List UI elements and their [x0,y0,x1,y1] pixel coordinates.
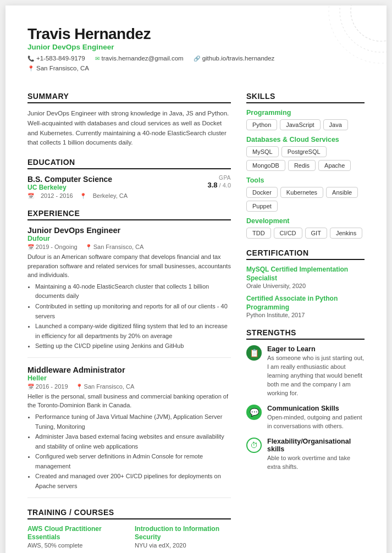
skills-cat-tools: Tools [246,176,365,184]
skills-tags-development: TDD CI/CD GIT Jenkins [246,228,365,239]
job-1-bullet-1: Maintaining a 40-node ElasticSearch clus… [35,282,231,301]
skills-cat-databases: Databases & Cloud Services [246,136,365,143]
summary-text: Junior DevOps Engineer with strong knowl… [27,109,231,148]
edu-date-loc: 2012 - 2016 Berkeley, CA [27,192,128,199]
skills-development: Development TDD CI/CD GIT Jenkins [246,217,365,239]
job-2: Middleware Administrator Heller 2016 - 2… [27,366,231,498]
job-2-bullet-1: Performance tuning of Java Virtual Machi… [35,412,231,432]
email-contact: travis.hernandez@gmail.com [95,54,184,62]
location-contact: San Fransisco, CA [27,64,89,72]
training-grid: AWS Cloud Practitioner Essentials AWS, 5… [27,525,231,553]
strength-2: 💬 Communication Skills Open-minded, outg… [246,405,365,431]
job-1-date: 2019 - Ongoing [27,244,78,250]
skills-cat-programming: Programming [246,109,365,117]
skill-docker: Docker [246,187,278,198]
job-2-desc: Heller is the personal, small business a… [27,392,231,410]
cert-1: MySQL Certified Implementation Specialis… [246,266,365,289]
experience-section-title: EXPERIENCE [27,209,231,220]
skills-databases: Databases & Cloud Services MySQL Postgre… [246,136,365,171]
job-1-bullet-3: Launched a company-wide digitized filing… [35,322,231,341]
job-1-bullet-2: Contributed in setting up monitoring and… [35,302,231,321]
strength-1-title: Eager to Learn [267,345,365,353]
github-icon [194,54,200,62]
job-2-title: Middleware Administrator [27,366,231,374]
phone-icon [27,54,34,62]
email-icon [95,54,100,62]
job-1-title: Junior DevOps Engineer [27,226,231,235]
summary-section-title: SUMMARY [27,92,231,103]
contact-row: +1-583-849-9179 travis.hernandez@gmail.c… [27,54,365,62]
education-section-title: EDUCATION [27,158,231,169]
job-1-bullet-4: Setting up the CI/CD pipeline using Jenk… [35,341,231,351]
strength-2-title: Communication Skills [267,405,365,412]
skill-ansible: Ansible [326,187,358,198]
job-1-loc: San Fransisco, CA [85,244,144,250]
candidate-title: Junior DevOps Engineer [27,43,365,51]
skill-apache: Apache [318,160,351,171]
job-1-date-icon [27,244,36,250]
strength-1: 📋 Eager to Learn As someone who is just … [246,345,365,398]
edu-meta: B.S. Computer Science UC Berkeley 2012 -… [27,175,231,199]
skills-tags-programming: Python JavaScript Java [246,119,365,130]
skill-redis: Redis [288,160,316,171]
skills-tools: Tools Docker Kubernetes Ansible Puppet [246,176,365,212]
strength-1-icon: 📋 [246,345,262,361]
skills-section-title: SKILLS [246,92,365,103]
strength-2-desc: Open-minded, outgoing and patient in con… [267,413,365,431]
training-2: Introduction to Information Security NYU… [135,525,231,549]
main-layout: SUMMARY Junior DevOps Engineer with stro… [27,82,365,553]
job-1: Junior DevOps Engineer Dufour 2019 - Ong… [27,226,231,358]
training-1: AWS Cloud Practitioner Essentials AWS, 5… [27,525,124,549]
training-1-name: AWS Cloud Practitioner Essentials [27,525,124,542]
edu-school: UC Berkeley [27,184,128,191]
edu-degree: B.S. Computer Science [27,175,128,184]
right-column: SKILLS Programming Python JavaScript Jav… [246,82,365,553]
cert-2-title: Certified Associate in Python Programmin… [246,295,365,312]
job-1-company: Dufour [27,235,231,242]
training-2-name: Introduction to Information Security [135,525,231,542]
job-1-desc: Dufour is an American software company t… [27,252,231,280]
skills-tags-tools: Docker Kubernetes Ansible Puppet [246,187,365,212]
strength-1-content: Eager to Learn As someone who is just st… [267,345,365,398]
skill-jenkins: Jenkins [330,228,362,239]
left-column: SUMMARY Junior DevOps Engineer with stro… [27,82,231,553]
job-2-bullet-2: Administer Java based external facing we… [35,432,231,451]
edu-right: GPA 3.8 / 4.0 [207,175,231,189]
resume-container: Travis Hernandez Junior DevOps Engineer … [5,5,387,553]
location-icon [27,64,34,72]
phone-value: +1-583-849-9179 [36,55,85,62]
phone-contact: +1-583-849-9179 [27,54,85,62]
cert-1-title: MySQL Certified Implementation Specialis… [246,266,365,283]
skills-tags-databases: MySQL PostgreSQL MongoDB Redis Apache [246,146,365,171]
cert-2-meta: Python Institute, 2017 [246,312,365,318]
job-2-meta: 2016 - 2019 San Fransisco, CA [27,383,231,390]
gpa-value-row: 3.8 / 4.0 [207,181,231,189]
training-section-title: TRAINING / COURSES [27,508,231,519]
strength-2-content: Communication Skills Open-minded, outgoi… [267,405,365,431]
strength-3-title: Flexability/Organisational skills [267,438,365,453]
education-block: B.S. Computer Science UC Berkeley 2012 -… [27,175,231,199]
skill-postgresql: PostgreSQL [281,146,327,157]
job-1-meta: 2019 - Ongoing San Fransisco, CA [27,244,231,250]
job-2-date-icon [27,383,36,390]
cert-2: Certified Associate in Python Programmin… [246,295,365,318]
skills-programming: Programming Python JavaScript Java [246,109,365,130]
edu-date-icon [27,192,34,199]
job-1-bullets: Maintaining a 40-node ElasticSearch clus… [27,282,231,351]
strength-3-desc: Able to work overtime and take extra shi… [267,454,365,472]
strength-3: ⏱ Flexability/Organisational skills Able… [246,438,365,472]
candidate-name: Travis Hernandez [27,25,365,43]
job-2-bullet-3: Configured web server definitions in Adm… [35,452,231,471]
edu-location: Berkeley, CA [93,192,128,199]
job-2-loc-icon [76,383,82,390]
strength-1-desc: As someone who is just starting out, I a… [267,354,365,398]
edu-loc-icon [80,192,86,199]
skills-cat-development: Development [246,217,365,225]
edu-left: B.S. Computer Science UC Berkeley 2012 -… [27,175,128,199]
training-1-meta: AWS, 50% complete [27,542,124,549]
skill-cicd: CI/CD [274,228,302,239]
resume-header: Travis Hernandez Junior DevOps Engineer … [27,25,365,72]
skill-javascript: JavaScript [280,119,320,130]
job-1-loc-icon [85,244,92,250]
gpa-max: / 4.0 [219,182,231,189]
